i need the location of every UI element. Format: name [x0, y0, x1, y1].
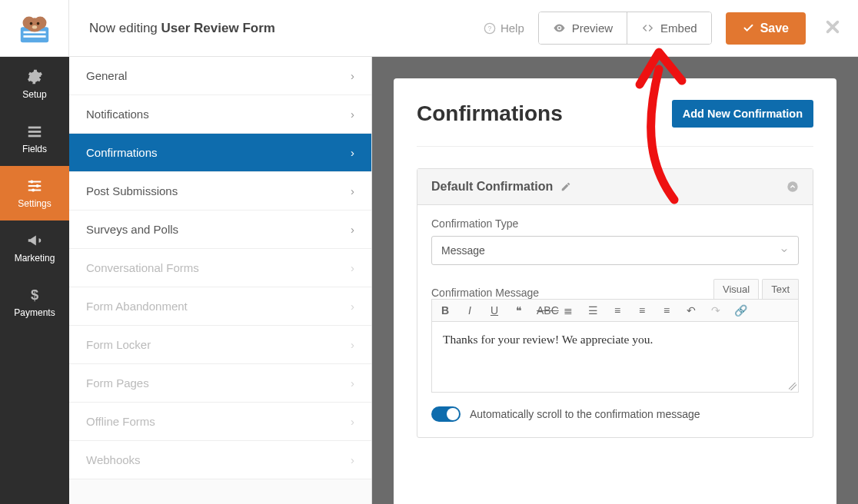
rail-label-setup: Setup [22, 89, 46, 100]
rail-item-fields[interactable]: Fields [0, 111, 69, 166]
embed-label: Embed [660, 22, 697, 35]
list-icon [26, 123, 43, 140]
svg-point-11 [558, 27, 560, 29]
header-actions: ? Help Preview Embed Save [484, 12, 858, 45]
ol-icon[interactable]: ☰ [586, 304, 600, 317]
close-icon [824, 18, 841, 35]
preview-button[interactable]: Preview [539, 12, 627, 44]
align-right-icon[interactable]: ≡ [660, 304, 673, 317]
rail-item-setup[interactable]: Setup [0, 57, 69, 111]
redo-icon[interactable]: ↷ [709, 304, 723, 317]
gear-icon [26, 68, 43, 85]
chevron-right-icon: › [351, 376, 354, 390]
card-title-row: Default Confirmation [431, 180, 571, 194]
rail-item-payments[interactable]: $ Payments [0, 275, 69, 330]
svg-point-15 [30, 180, 33, 183]
panel-title: Confirmations [417, 101, 563, 126]
italic-icon[interactable]: I [463, 304, 477, 317]
main-layout: Setup Fields Settings Marketing $ Paymen… [0, 57, 858, 504]
submenu-item-label: Offline Forms [86, 415, 155, 428]
editor-body[interactable]: Thanks for your review! We appreciate yo… [431, 322, 799, 393]
code-icon [641, 22, 654, 35]
submenu-item-label: Conversational Forms [86, 261, 199, 274]
align-left-icon[interactable]: ≡ [610, 304, 624, 317]
editing-label: Now editing User Review Form [69, 21, 275, 36]
content-canvas: Confirmations Add New Confirmation Defau… [372, 57, 858, 504]
chevron-right-icon: › [351, 184, 354, 197]
submenu-item-form-pages: Form Pages› [69, 364, 371, 403]
submenu-item-label: Post Submissions [86, 184, 178, 197]
svg-text:?: ? [487, 25, 491, 32]
save-button[interactable]: Save [726, 12, 806, 45]
bold-icon[interactable]: B [438, 304, 452, 317]
submenu-item-label: Form Pages [86, 376, 149, 390]
submenu-item-confirmations[interactable]: Confirmations› [69, 134, 371, 172]
underline-icon[interactable]: U [487, 304, 501, 317]
svg-point-6 [29, 22, 32, 25]
settings-submenu: General›Notifications›Confirmations›Post… [69, 57, 372, 504]
save-label: Save [760, 22, 789, 35]
pencil-icon[interactable] [560, 181, 571, 192]
rail-item-settings[interactable]: Settings [0, 166, 69, 220]
embed-button[interactable]: Embed [627, 12, 711, 44]
rail-item-marketing[interactable]: Marketing [0, 220, 69, 275]
submenu-item-label: Surveys and Polls [86, 223, 178, 236]
chevron-right-icon: › [351, 69, 354, 82]
resize-handle[interactable] [789, 383, 796, 390]
check-icon [743, 22, 754, 34]
editor-tabs: Visual Text [713, 279, 799, 299]
panel-head: Confirmations Add New Confirmation [417, 100, 813, 147]
confirmation-card: Default Confirmation Confirmation Type M… [417, 168, 813, 438]
card-header[interactable]: Default Confirmation [417, 169, 813, 205]
submenu-item-label: Webhooks [86, 453, 141, 466]
auto-scroll-row: Automatically scroll to the confirmation… [431, 406, 799, 422]
submenu-item-general[interactable]: General› [69, 57, 371, 95]
svg-point-8 [32, 25, 36, 28]
align-center-icon[interactable]: ≡ [635, 304, 649, 317]
auto-scroll-toggle[interactable] [431, 406, 461, 422]
submenu-item-webhooks: Webhooks› [69, 441, 371, 479]
help-link[interactable]: ? Help [484, 22, 524, 35]
conf-msg-label-row: Confirmation Message Visual Text [431, 279, 799, 299]
conf-type-value: Message [441, 244, 485, 257]
chevron-right-icon: › [351, 146, 354, 159]
editor-tab-visual[interactable]: Visual [713, 279, 759, 299]
submenu-item-notifications[interactable]: Notifications› [69, 95, 371, 134]
chevron-right-icon: › [351, 453, 354, 466]
chevron-right-icon: › [351, 415, 354, 428]
submenu-item-label: General [86, 69, 127, 82]
close-button[interactable] [824, 18, 841, 38]
svg-point-17 [32, 188, 35, 191]
editor-tab-text[interactable]: Text [762, 279, 799, 299]
svg-point-16 [36, 184, 39, 187]
svg-rect-14 [28, 135, 42, 138]
submenu-item-post-submissions[interactable]: Post Submissions› [69, 172, 371, 211]
submenu-item-form-locker: Form Locker› [69, 326, 371, 364]
rail-label-payments: Payments [14, 307, 55, 318]
submenu-item-conversational-forms: Conversational Forms› [69, 249, 371, 287]
conf-type-select[interactable]: Message [431, 236, 799, 265]
strikethrough-icon[interactable]: ABC [537, 304, 550, 317]
undo-icon[interactable]: ↶ [684, 304, 698, 317]
preview-embed-group: Preview Embed [538, 12, 712, 45]
svg-rect-2 [23, 35, 45, 38]
submenu-item-label: Form Locker [86, 338, 151, 351]
svg-text:$: $ [31, 287, 38, 303]
submenu-item-label: Confirmations [86, 146, 158, 159]
link-icon[interactable]: 🔗 [733, 304, 747, 317]
ul-icon[interactable]: ≣ [561, 304, 575, 317]
svg-rect-13 [28, 131, 42, 133]
confirmations-panel: Confirmations Add New Confirmation Defau… [394, 78, 836, 504]
submenu-item-label: Form Abandonment [86, 300, 188, 313]
conf-msg-label: Confirmation Message [431, 287, 539, 299]
submenu-item-surveys-and-polls[interactable]: Surveys and Polls› [69, 211, 371, 249]
chevron-right-icon: › [351, 338, 354, 351]
quote-icon[interactable]: ❝ [512, 304, 526, 317]
editing-prefix: Now editing [89, 21, 161, 35]
rail-label-fields: Fields [22, 144, 47, 154]
svg-point-7 [36, 22, 39, 25]
add-new-confirmation-button[interactable]: Add New Confirmation [672, 100, 813, 128]
sliders-icon [26, 177, 43, 194]
app-header: Now editing User Review Form ? Help Prev… [0, 0, 858, 57]
chevron-up-circle-icon[interactable] [786, 181, 799, 193]
